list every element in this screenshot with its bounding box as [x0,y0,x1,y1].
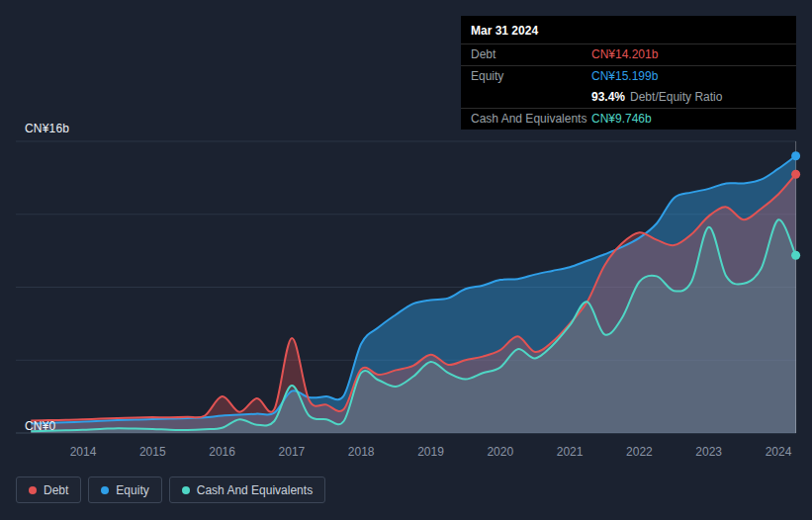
tooltip-equity-value: CN¥15.199b [591,69,658,83]
tooltip-debt-label: Debt [471,47,591,61]
equity-legend-dot [101,486,109,494]
x-axis-year-label: 2023 [695,445,722,459]
equity-end-dot [791,151,800,160]
x-axis-year-label: 2015 [139,445,166,459]
x-axis-year-label: 2017 [279,445,306,459]
legend-equity-toggle[interactable]: Equity [88,477,161,503]
y-axis-max-label: CN¥16b [25,122,69,135]
tooltip-equity-label: Equity [471,69,591,83]
tooltip-cash-label: Cash And Equivalents [471,112,591,126]
legend-equity-label: Equity [116,483,148,497]
x-axis-year-label: 2014 [70,445,97,459]
tooltip-debt-value: CN¥14.201b [591,47,658,61]
chart-tooltip: Mar 31 2024 Debt CN¥14.201b Equity CN¥15… [461,16,796,130]
tooltip-cash-row: Cash And Equivalents CN¥9.746b [461,108,796,130]
debt-legend-dot [29,486,37,494]
legend-cash-toggle[interactable]: Cash And Equivalents [169,477,325,503]
cash-end-dot [791,251,800,260]
y-axis-min-label: CN¥0 [25,419,55,433]
tooltip-equity-row: Equity CN¥15.199b [461,65,796,87]
tooltip-debt-row: Debt CN¥14.201b [461,43,796,65]
x-axis-year-label: 2020 [487,445,513,459]
x-axis-year-label: 2016 [209,445,235,459]
x-axis-year-label: 2018 [348,445,375,459]
tooltip-date: Mar 31 2024 [461,16,796,43]
x-axis-year-label: 2024 [766,445,792,459]
legend-cash-label: Cash And Equivalents [197,483,313,497]
legend-debt-toggle[interactable]: Debt [16,477,81,503]
cash-legend-dot [182,486,190,494]
chart-legend: Debt Equity Cash And Equivalents [16,477,332,503]
debt-equity-history-page: { "colors": { "background": "#1b2230", "… [0,0,812,520]
debt-end-dot [791,170,800,179]
tooltip-ratio-value: 93.4% [591,90,625,104]
x-axis-year-label: 2019 [417,445,444,459]
x-axis-year-label: 2022 [626,445,653,459]
legend-debt-label: Debt [44,483,68,497]
tooltip-ratio: 93.4%Debt/Equity Ratio [591,90,722,104]
x-axis-year-label: 2021 [557,445,584,459]
tooltip-ratio-label: Debt/Equity Ratio [630,90,722,104]
tooltip-cash-value: CN¥9.746b [591,112,652,126]
tooltip-ratio-row: 93.4%Debt/Equity Ratio [461,87,796,108]
